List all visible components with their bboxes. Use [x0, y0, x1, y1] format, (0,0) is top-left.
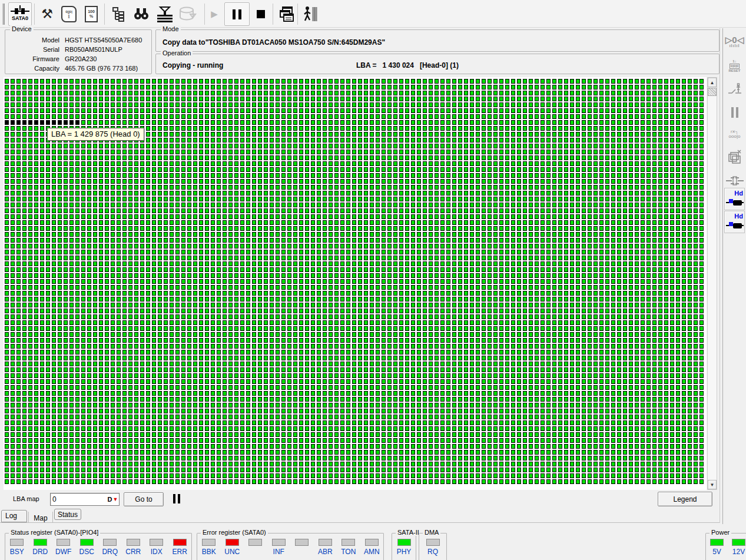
search-binoculars-icon[interactable] — [132, 2, 151, 26]
goto-button[interactable]: Go to — [124, 492, 164, 506]
lba-input[interactable] — [52, 495, 107, 503]
map-row[interactable] — [5, 332, 705, 337]
map-row[interactable] — [5, 462, 705, 466]
map-row[interactable] — [5, 403, 705, 407]
map-row[interactable] — [5, 438, 705, 443]
map-row[interactable] — [5, 450, 705, 455]
map-row[interactable] — [5, 479, 705, 484]
map-row[interactable] — [5, 285, 705, 290]
map-row[interactable] — [5, 444, 705, 449]
map-scrollbar[interactable]: ▲ ▼ — [707, 77, 717, 490]
toolbar-grip[interactable] — [2, 4, 5, 25]
map-row[interactable] — [5, 326, 705, 331]
pause-side-icon[interactable] — [731, 106, 738, 119]
map-row[interactable] — [5, 367, 705, 372]
map-row[interactable] — [5, 214, 705, 219]
map-row[interactable] — [5, 244, 705, 248]
map-row[interactable] — [5, 220, 705, 225]
map-row[interactable] — [5, 102, 705, 107]
scroll-down-button[interactable]: ▼ — [708, 480, 717, 489]
map-row[interactable] — [5, 338, 705, 343]
lba-dropdown-button[interactable]: D▼ — [107, 494, 118, 505]
map-row[interactable] — [5, 167, 705, 172]
connector-icon[interactable] — [726, 174, 744, 187]
tab-map[interactable]: Map — [28, 512, 53, 523]
map-row[interactable] — [5, 473, 705, 478]
map-row[interactable] — [5, 179, 705, 184]
exit-icon[interactable] — [300, 2, 320, 26]
sata0-port-button[interactable]: SATA0 — [8, 2, 32, 26]
disk-image-icon[interactable] — [177, 2, 199, 26]
map-row[interactable] — [5, 391, 705, 396]
map-row[interactable] — [5, 350, 705, 354]
hd-target-button[interactable]: Hd — [724, 211, 745, 233]
map-row[interactable] — [5, 208, 705, 213]
scrollbar-thumb[interactable] — [708, 88, 717, 96]
map-row[interactable] — [5, 91, 705, 95]
map-row[interactable] — [5, 108, 705, 113]
scan-funnel-icon[interactable] — [154, 2, 175, 26]
reset-icon[interactable]: 1↓ 0|0|0 RESET — [728, 58, 740, 74]
map-row[interactable] — [5, 373, 705, 378]
map-row[interactable] — [5, 114, 705, 119]
map-row[interactable] — [5, 144, 705, 148]
map-row[interactable] — [5, 226, 705, 231]
map-row[interactable] — [5, 303, 705, 307]
map-row[interactable] — [5, 85, 705, 90]
map-row[interactable] — [5, 385, 705, 390]
map-row[interactable] — [5, 409, 705, 413]
play-icon[interactable]: ▶ — [207, 2, 221, 26]
map-row[interactable] — [5, 97, 705, 101]
task-tree-icon[interactable] — [110, 2, 128, 26]
map-row[interactable] — [5, 203, 705, 207]
surface-100-percent-icon[interactable]: 100% — [81, 2, 101, 26]
map-row[interactable] — [5, 420, 705, 425]
map-row[interactable] — [5, 185, 705, 190]
legend-button[interactable]: Legend — [658, 492, 712, 506]
map-row[interactable] — [5, 191, 705, 195]
map-row[interactable] — [5, 356, 705, 360]
map-row[interactable] — [5, 232, 705, 237]
pause-icon[interactable] — [224, 2, 250, 26]
map-row[interactable] — [5, 267, 705, 272]
zero-counter-icon[interactable]: ▷0◁ ılılıl — [725, 34, 744, 49]
map-row[interactable] — [5, 161, 705, 166]
map-row[interactable] — [5, 238, 705, 243]
map-row[interactable] — [5, 309, 705, 313]
defect-cells[interactable] — [5, 120, 81, 125]
hd-source-button[interactable]: Hd — [724, 188, 745, 210]
map-row[interactable] — [5, 320, 705, 325]
stop-icon[interactable] — [252, 2, 270, 26]
map-row[interactable] — [5, 261, 705, 266]
ports-icon[interactable]: r✕┐ ooo|o — [729, 127, 741, 141]
map-row[interactable] — [5, 344, 705, 349]
scroll-up-button[interactable]: ▲ — [708, 78, 717, 87]
map-row[interactable] — [5, 79, 705, 84]
map-row[interactable] — [5, 291, 705, 296]
map-row[interactable] — [5, 155, 705, 160]
map-row[interactable] — [5, 150, 705, 154]
drive-setup-tools-icon[interactable]: ⚒ — [38, 2, 57, 26]
drive-passport-icon[interactable]: 0||0|i — [59, 2, 79, 26]
map-row[interactable] — [5, 362, 705, 366]
map-row[interactable] — [5, 432, 705, 437]
map-row[interactable] — [5, 379, 705, 384]
cascade-windows-icon[interactable] — [277, 2, 296, 26]
map-row[interactable] — [5, 120, 705, 125]
map-row[interactable] — [5, 456, 705, 460]
map-row[interactable] — [5, 468, 705, 472]
tab-log[interactable]: Log — [1, 510, 27, 522]
close-windows-icon[interactable] — [727, 148, 742, 166]
map-row[interactable] — [5, 197, 705, 201]
power-switch-icon[interactable] — [727, 82, 742, 98]
map-row[interactable] — [5, 426, 705, 431]
map-row[interactable] — [5, 279, 705, 284]
map-row[interactable] — [5, 397, 705, 402]
map-row[interactable] — [5, 256, 705, 260]
map-row[interactable] — [5, 415, 705, 419]
tab-status[interactable]: Status — [54, 509, 81, 520]
map-row[interactable] — [5, 173, 705, 178]
map-row[interactable] — [5, 250, 705, 254]
map-row[interactable] — [5, 314, 705, 319]
map-row[interactable] — [5, 297, 705, 301]
